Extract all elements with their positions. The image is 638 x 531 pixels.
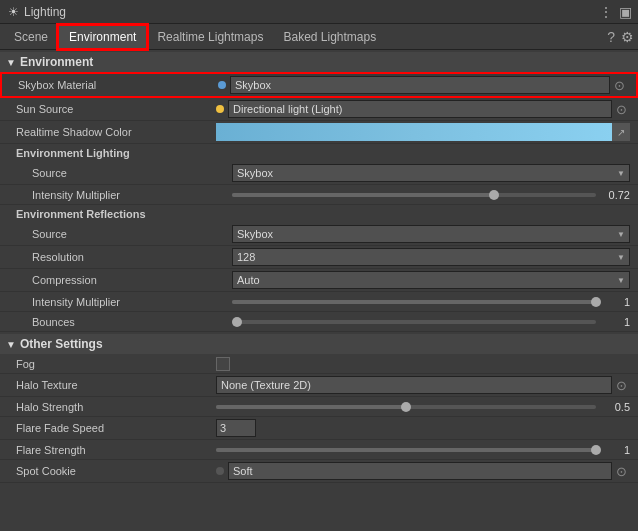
shadow-color-value: ↗ — [216, 123, 630, 141]
env-lighting-source-label: Source — [32, 167, 232, 179]
env-reflections-subsection: Environment Reflections — [0, 205, 638, 223]
spot-cookie-label: Spot Cookie — [16, 465, 216, 477]
flare-strength-fill — [216, 448, 596, 452]
env-lighting-intensity-fill — [232, 193, 494, 197]
spot-cookie-field[interactable]: Soft — [228, 462, 612, 480]
flare-strength-slider-container: 1 — [216, 444, 630, 456]
help-icon[interactable]: ? — [607, 29, 615, 45]
env-lighting-source-dropdown[interactable]: Skybox ▼ — [232, 164, 630, 182]
shadow-color-field[interactable] — [216, 123, 612, 141]
env-refl-compression-value: Auto ▼ — [232, 271, 630, 289]
env-lighting-intensity-label: Intensity Multiplier — [32, 189, 232, 201]
tab-environment[interactable]: Environment — [58, 25, 147, 49]
env-refl-intensity-label: Intensity Multiplier — [32, 296, 232, 308]
gear-icon[interactable]: ⚙ — [621, 29, 634, 45]
sun-source-circle-icon[interactable]: ⊙ — [612, 100, 630, 118]
halo-strength-fill — [216, 405, 406, 409]
halo-texture-value: None (Texture 2D) — [216, 376, 612, 394]
skybox-material-label: Skybox Material — [18, 79, 218, 91]
halo-texture-row: Halo Texture None (Texture 2D) ⊙ — [0, 374, 638, 397]
halo-texture-label: Halo Texture — [16, 379, 216, 391]
env-refl-bounces-track[interactable] — [232, 320, 596, 324]
skybox-material-circle-icon[interactable]: ⊙ — [610, 76, 628, 94]
skybox-dot — [218, 81, 226, 89]
env-refl-resolution-dropdown[interactable]: 128 ▼ — [232, 248, 630, 266]
env-refl-compression-label: Compression — [32, 274, 232, 286]
sun-source-field-text: Directional light (Light) — [233, 103, 342, 115]
env-refl-bounces-value: 1 — [232, 316, 630, 328]
env-refl-source-text: Skybox — [237, 228, 273, 240]
env-lighting-source-text: Skybox — [237, 167, 273, 179]
main-content: ▼ Environment Skybox Material Skybox ⊙ S… — [0, 50, 638, 531]
env-lighting-intensity-thumb[interactable] — [489, 190, 499, 200]
halo-texture-field[interactable]: None (Texture 2D) — [216, 376, 612, 394]
skybox-material-dropdown-text: Skybox — [235, 79, 271, 91]
env-lighting-intensity-slider-container: 0.72 — [232, 189, 630, 201]
halo-strength-thumb[interactable] — [401, 402, 411, 412]
env-reflections-label: Environment Reflections — [16, 208, 146, 220]
env-refl-source-dropdown[interactable]: Skybox ▼ — [232, 225, 630, 243]
env-refl-resolution-label: Resolution — [32, 251, 232, 263]
fog-row: Fog — [0, 354, 638, 374]
flare-strength-value: 1 — [216, 444, 630, 456]
spot-cookie-dot — [216, 467, 224, 475]
env-lighting-source-row: Source Skybox ▼ — [0, 162, 638, 185]
tab-scene[interactable]: Scene — [4, 26, 58, 48]
env-refl-intensity-val: 1 — [600, 296, 630, 308]
env-refl-intensity-row: Intensity Multiplier 1 — [0, 292, 638, 312]
flare-fade-speed-input[interactable] — [216, 419, 256, 437]
environment-section-header[interactable]: ▼ Environment — [0, 52, 638, 72]
env-lighting-intensity-track[interactable] — [232, 193, 596, 197]
tab-realtime-lightmaps[interactable]: Realtime Lightmaps — [147, 26, 273, 48]
sun-source-row: Sun Source Directional light (Light) ⊙ — [0, 98, 638, 121]
halo-strength-label: Halo Strength — [16, 401, 216, 413]
env-refl-intensity-fill — [232, 300, 596, 304]
flare-fade-speed-row: Flare Fade Speed — [0, 417, 638, 440]
flare-strength-track[interactable] — [216, 448, 596, 452]
dock-icon[interactable]: ▣ — [619, 4, 632, 20]
sun-source-value: Directional light (Light) — [216, 100, 612, 118]
env-lighting-label: Environment Lighting — [16, 147, 130, 159]
env-refl-intensity-value: 1 — [232, 296, 630, 308]
env-refl-intensity-slider-container: 1 — [232, 296, 630, 308]
fog-checkbox[interactable] — [216, 357, 230, 371]
sun-source-field[interactable]: Directional light (Light) — [228, 100, 612, 118]
other-settings-section-label: Other Settings — [20, 337, 103, 351]
env-lighting-intensity-row: Intensity Multiplier 0.72 — [0, 185, 638, 205]
menu-icon[interactable]: ⋮ — [599, 4, 613, 20]
env-refl-compression-dropdown[interactable]: Auto ▼ — [232, 271, 630, 289]
tab-baked-lightmaps[interactable]: Baked Lightmaps — [273, 26, 386, 48]
flare-strength-row: Flare Strength 1 — [0, 440, 638, 460]
env-refl-source-row: Source Skybox ▼ — [0, 223, 638, 246]
skybox-material-dropdown[interactable]: Skybox — [230, 76, 610, 94]
other-settings-collapse-arrow: ▼ — [6, 339, 16, 350]
env-refl-intensity-track[interactable] — [232, 300, 596, 304]
other-settings-section-header[interactable]: ▼ Other Settings — [0, 334, 638, 354]
flare-fade-speed-label: Flare Fade Speed — [16, 422, 216, 434]
env-refl-bounces-row: Bounces 1 — [0, 312, 638, 332]
title-actions: ⋮ ▣ — [599, 4, 632, 20]
flare-fade-speed-value — [216, 419, 630, 437]
env-lighting-intensity-val: 0.72 — [600, 189, 630, 201]
sun-source-dot — [216, 105, 224, 113]
halo-texture-circle-icon[interactable]: ⊙ — [612, 376, 630, 394]
shadow-color-label: Realtime Shadow Color — [16, 126, 216, 138]
spot-cookie-text: Soft — [233, 465, 253, 477]
env-refl-compression-row: Compression Auto ▼ — [0, 269, 638, 292]
env-refl-resolution-row: Resolution 128 ▼ — [0, 246, 638, 269]
env-refl-source-label: Source — [32, 228, 232, 240]
sun-source-label: Sun Source — [16, 103, 216, 115]
env-refl-bounces-thumb[interactable] — [232, 317, 242, 327]
env-refl-bounces-slider-container: 1 — [232, 316, 630, 328]
env-refl-bounces-label: Bounces — [32, 316, 232, 328]
flare-strength-thumb[interactable] — [591, 445, 601, 455]
env-refl-bounces-val: 1 — [600, 316, 630, 328]
env-lighting-intensity-value: 0.72 — [232, 189, 630, 201]
title-bar: ☀ Lighting ⋮ ▣ — [0, 0, 638, 24]
env-refl-intensity-thumb[interactable] — [591, 297, 601, 307]
skybox-material-row: Skybox Material Skybox ⊙ — [0, 72, 638, 98]
spot-cookie-circle-icon[interactable]: ⊙ — [612, 462, 630, 480]
halo-strength-track[interactable] — [216, 405, 596, 409]
spot-cookie-row: Spot Cookie Soft ⊙ — [0, 460, 638, 483]
shadow-color-pick[interactable]: ↗ — [612, 123, 630, 141]
